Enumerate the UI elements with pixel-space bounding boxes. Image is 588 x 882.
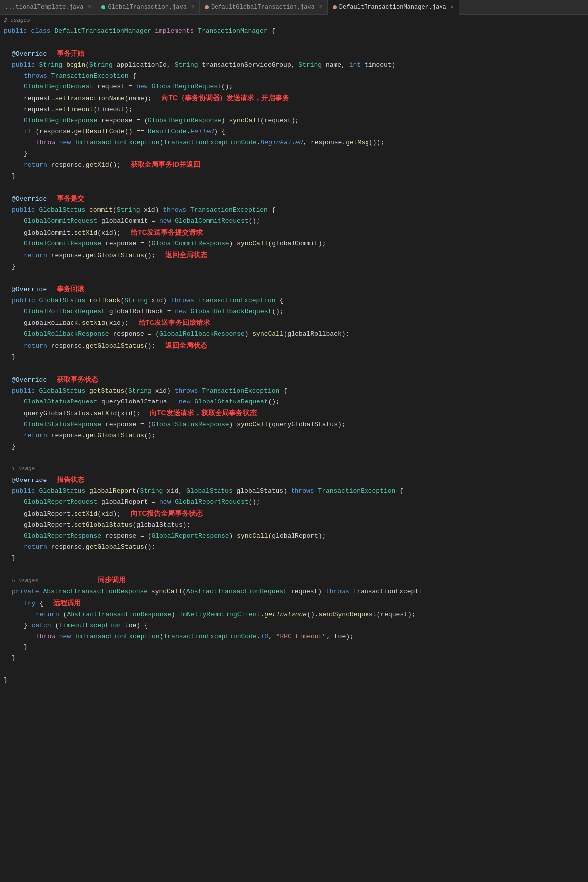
line-close-report: }: [0, 553, 581, 563]
usage-count-5: 5 usages 同步调用: [0, 574, 581, 586]
line-override-4: @Override 获取事务状态: [0, 374, 581, 386]
line-blank-2: [0, 182, 581, 193]
line-close-getstatus: }: [0, 441, 581, 452]
line-throw-catch: throw new TmTransactionException(Transac…: [0, 631, 581, 642]
line-blank-5: [0, 452, 581, 463]
line-close-begin: }: [0, 171, 581, 182]
line-class-decl: public class DefaultTransactionManager i…: [0, 26, 581, 37]
line-sync-call-commit: GlobalCommitResponse response = (GlobalC…: [0, 239, 581, 249]
tab-close[interactable]: ×: [451, 5, 454, 10]
usage-count-top: 2 usages: [0, 15, 581, 26]
line-getstatus-sig: public GlobalStatus getStatus(String xid…: [0, 386, 581, 397]
line-override-1: @Override 事务开始: [0, 48, 581, 60]
tab-label: DefaultGlobalTransaction.java: [211, 4, 315, 11]
line-return-status: return response.getGlobalStatus();: [0, 430, 581, 441]
line-catch: } catch (TimeoutException toe) {: [0, 620, 581, 631]
line-return-xid: return response.getXid(); 获取全局事务ID并返回: [0, 159, 581, 171]
line-close-if: }: [0, 148, 581, 159]
tab-transactional-template[interactable]: ...tionalTemplate.java ×: [0, 0, 96, 15]
line-throw-begin: throw new TmTransactionException(Transac…: [0, 137, 581, 148]
line-commit-req: GlobalCommitRequest globalCommit = new G…: [0, 216, 581, 227]
tab-close[interactable]: ×: [88, 4, 91, 10]
line-status-req: GlobalStatusRequest queryGlobalStatus = …: [0, 397, 581, 407]
code-content: 2 usages public class DefaultTransaction…: [0, 15, 581, 882]
line-blank-1: [0, 37, 581, 48]
line-rollback-set-xid: globalRollback.setXid(xid); 给TC发送事务回滚请求: [0, 317, 581, 329]
tab-label: ...tionalTemplate.java: [5, 4, 83, 11]
tab-label: DefaultTransactionManager.java: [339, 4, 446, 11]
line-close-rollback: }: [0, 352, 581, 363]
line-report-req: GlobalReportRequest globalReport = new G…: [0, 497, 581, 508]
line-close-synccall: }: [0, 653, 581, 664]
tab-label: GlobalTransaction.java: [108, 4, 186, 11]
usage-count-1: 1 usage: [0, 463, 581, 474]
line-begin-req: GlobalBeginRequest request = new GlobalB…: [0, 81, 581, 92]
line-close-catch: }: [0, 642, 581, 653]
line-if-result: if (response.getResultCode() == ResultCo…: [0, 126, 581, 137]
scrollbar-area[interactable]: [581, 15, 588, 882]
line-try: try { 远程调用: [0, 597, 581, 609]
line-report-set-xid: globalReport.setXid(xid); 向TC报告全局事务状态: [0, 508, 581, 520]
line-override-5: @Override 报告状态: [0, 474, 581, 486]
line-report-sig: public GlobalStatus globalReport(String …: [0, 486, 581, 497]
tab-dot-orange-active: [333, 5, 337, 9]
line-sync-call-report: GlobalReportResponse response = (GlobalR…: [0, 531, 581, 542]
line-rollback-sig: public GlobalStatus rollback(String xid)…: [0, 295, 581, 306]
line-close-commit: }: [0, 261, 581, 272]
line-synccall-sig: private AbstractTransactionResponse sync…: [0, 586, 581, 597]
editor-area: 2 usages public class DefaultTransaction…: [0, 15, 588, 882]
line-blank-7: [0, 664, 581, 675]
line-status-set-xid: queryGlobalStatus.setXid(xid); 向TC发送请求，获…: [0, 407, 581, 419]
line-blank-4: [0, 363, 581, 374]
tab-dot-green: [101, 5, 105, 9]
line-blank-3: [0, 272, 581, 283]
tab-default-global-transaction[interactable]: DefaultGlobalTransaction.java ×: [200, 0, 328, 15]
line-commit-set-xid: globalCommit.setXid(xid); 给TC发送事务提交请求: [0, 227, 581, 239]
line-close-class: }: [0, 675, 581, 686]
line-begin-signature: public String begin(String applicationId…: [0, 60, 581, 71]
line-rollback-req: GlobalRollbackRequest globalRollback = n…: [0, 306, 581, 317]
line-override-2: @Override 事务提交: [0, 193, 581, 205]
line-sync-call-status: GlobalStatusResponse response = (GlobalS…: [0, 419, 581, 430]
line-set-tx-name: request.setTransactionName(name); 向TC（事务…: [0, 92, 581, 104]
line-blank-6: [0, 563, 581, 574]
line-return-synccall: return (AbstractTransactionResponse) TmN…: [0, 609, 581, 620]
line-override-3: @Override 事务回滚: [0, 283, 581, 295]
line-sync-call-begin: GlobalBeginResponse response = (GlobalBe…: [0, 115, 581, 126]
line-commit-sig: public GlobalStatus commit(String xid) t…: [0, 205, 581, 216]
tab-close[interactable]: ×: [319, 4, 322, 10]
line-return-rollback-status: return response.getGlobalStatus(); 返回全局状…: [0, 340, 581, 352]
line-sync-call-rollback: GlobalRollbackResponse response = (Globa…: [0, 329, 581, 340]
tab-close[interactable]: ×: [191, 4, 194, 10]
line-report-set-status: globalReport.setGlobalStatus(globalStatu…: [0, 520, 581, 531]
tab-dot-orange: [205, 5, 209, 9]
line-return-commit-status: return response.getGlobalStatus(); 返回全局状…: [0, 249, 581, 261]
tab-default-transaction-manager[interactable]: DefaultTransactionManager.java ×: [328, 0, 459, 15]
tab-global-transaction[interactable]: GlobalTransaction.java ×: [96, 0, 199, 15]
tab-bar: ...tionalTemplate.java × GlobalTransacti…: [0, 0, 588, 15]
line-throws-1: throws TransactionException {: [0, 71, 581, 81]
line-set-timeout: request.setTimeout(timeout);: [0, 104, 581, 115]
line-return-report-status: return response.getGlobalStatus();: [0, 542, 581, 553]
